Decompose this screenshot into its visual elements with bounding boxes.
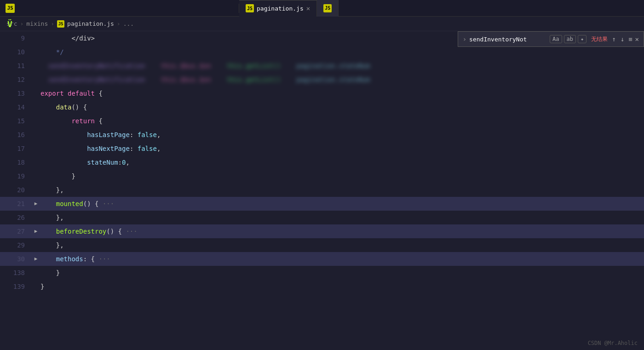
breadcrumb-sep1: ›	[20, 20, 23, 27]
tab-js2[interactable]: JS	[317, 0, 339, 17]
line-number: 12	[0, 73, 31, 86]
code-token: </div>	[40, 31, 95, 45]
line-number: 9	[0, 31, 31, 45]
search-bar: › Aa ab ✦ 无结果 ↑ ↓ ≡ ✕	[458, 31, 644, 47]
code-line: stateNum:0,	[31, 155, 644, 169]
search-options: Aa ab ✦	[550, 35, 586, 43]
code-line: hasNextPage: false,	[31, 142, 644, 155]
code-token: export	[40, 86, 68, 100]
code-token: methods	[56, 252, 83, 266]
code-token: 0	[122, 155, 126, 169]
search-opt-regex[interactable]: ✦	[578, 35, 586, 43]
code-token: : {	[83, 252, 95, 266]
code-token: }	[40, 280, 44, 293]
line-numbers: 910111213141516171819202126272930138139	[0, 31, 31, 350]
search-status: 无结果	[591, 35, 608, 43]
line-number: 139	[0, 280, 31, 293]
code-line: },	[31, 183, 644, 197]
code-line: }	[31, 266, 644, 280]
editor-area: 910111213141516171819202126272930138139 …	[0, 31, 644, 350]
line-number: 19	[0, 169, 31, 183]
code-line: hasLastPage: false,	[31, 128, 644, 142]
code-token: :	[130, 142, 138, 155]
code-line: },	[31, 211, 644, 224]
fold-arrow[interactable]: ▶	[31, 224, 40, 238]
line-number: 27	[0, 224, 31, 238]
code-token: hasLastPage	[87, 128, 130, 142]
code-token: }	[40, 266, 60, 280]
breadcrumb-js-badge: JS	[57, 20, 64, 28]
blurred-code: sendInventoryNotification this.$bus.$on …	[40, 59, 378, 73]
code-token: () {	[106, 224, 122, 238]
code-line: }	[31, 169, 644, 183]
line-number: 17	[0, 142, 31, 155]
code-token: data	[56, 100, 72, 114]
code-token: }	[40, 169, 75, 183]
code-line: sendInventoryNotification this.$bus.$on …	[31, 73, 644, 86]
breadcrumb-mixins: mixins	[26, 20, 48, 27]
line-number: 29	[0, 238, 31, 252]
search-next-button[interactable]: ↓	[619, 35, 626, 43]
code-token	[40, 142, 87, 155]
line-number: 13	[0, 86, 31, 100]
code-token: return	[71, 114, 98, 128]
code-token: beforeDestroy	[56, 224, 107, 238]
tab-bar: JS pagination.js ✕ JS	[239, 0, 644, 17]
blurred-code: sendInventoryNotification this.$bus.$on …	[40, 73, 378, 86]
vue-logo: V̈	[7, 19, 12, 29]
code-line: sendInventoryNotification this.$bus.$on …	[31, 59, 644, 73]
code-token	[40, 197, 56, 211]
js-icon-left: JS	[6, 4, 15, 13]
code-line: return {	[31, 114, 644, 128]
line-number: 138	[0, 266, 31, 280]
search-opt-word[interactable]: ab	[564, 35, 576, 43]
search-expand-arrow[interactable]: ›	[463, 35, 466, 43]
breadcrumb-ellipsis: ...	[123, 20, 134, 27]
search-nav: ↑ ↓	[610, 35, 626, 43]
code-token	[40, 100, 56, 114]
line-number: 20	[0, 183, 31, 197]
tab-close-button[interactable]: ✕	[306, 5, 310, 12]
code-token: false	[138, 142, 157, 155]
code-line: export default {	[31, 86, 644, 100]
code-line: ▶ methods: { ···	[31, 252, 644, 266]
code-line: }	[31, 280, 644, 293]
code-line: },	[31, 238, 644, 252]
line-number: 18	[0, 155, 31, 169]
line-number: 11	[0, 59, 31, 73]
line-number: 14	[0, 100, 31, 114]
code-token	[40, 155, 87, 169]
search-prev-button[interactable]: ↑	[610, 35, 617, 43]
search-close-button[interactable]: ✕	[635, 35, 639, 43]
search-input[interactable]	[469, 36, 547, 43]
fold-arrow[interactable]: ▶	[31, 252, 40, 266]
line-number: 10	[0, 45, 31, 59]
code-token: mounted	[56, 197, 83, 211]
code-token: },	[40, 183, 64, 197]
code-token: hasNextPage	[87, 142, 130, 155]
breadcrumb-sep2: ›	[51, 20, 54, 27]
code-token: },	[40, 211, 64, 224]
vue-icon: V̈	[7, 19, 12, 29]
tab-js2-badge: JS	[323, 4, 332, 12]
tab-pagination[interactable]: JS pagination.js ✕	[239, 0, 317, 17]
code-token: :	[130, 128, 138, 142]
code-token: default	[68, 86, 98, 100]
code-area: </div> */ sendInventoryNotification this…	[31, 31, 644, 350]
line-number: 21	[0, 197, 31, 211]
code-token: false	[138, 128, 157, 142]
code-line: data() {	[31, 100, 644, 114]
code-token: () {	[83, 197, 99, 211]
search-menu-button[interactable]: ≡	[628, 35, 632, 43]
top-bar-left: JS	[0, 4, 239, 13]
code-token: ···	[98, 197, 114, 211]
code-token: */	[40, 45, 64, 59]
code-token	[40, 252, 56, 266]
fold-arrow[interactable]: ▶	[31, 197, 40, 211]
search-opt-case[interactable]: Aa	[550, 35, 562, 43]
code-token: ,	[157, 142, 161, 155]
code-token	[40, 114, 71, 128]
code-token: ,	[157, 128, 161, 142]
line-number: 30	[0, 252, 31, 266]
top-bar: JS JS pagination.js ✕ JS	[0, 0, 644, 17]
